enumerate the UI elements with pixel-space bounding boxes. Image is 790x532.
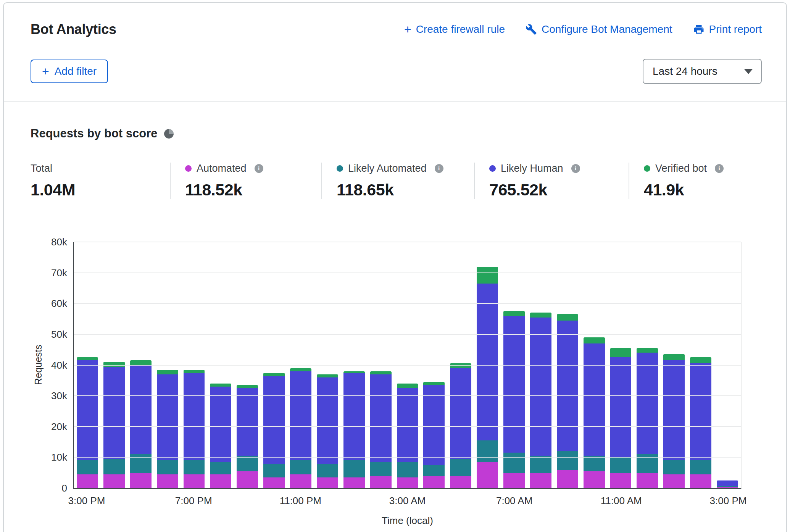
bar-segment-likely-automated (477, 440, 498, 462)
x-tick-label: 11:00 PM (280, 495, 321, 507)
legend-dot-likely-human (489, 165, 496, 172)
bar-segment-likely-human (130, 365, 152, 455)
gridline (74, 303, 741, 304)
y-tick-label: 60k (51, 298, 67, 310)
bar-segment-verified-bot (397, 384, 418, 388)
info-icon[interactable] (715, 164, 724, 173)
print-report-link[interactable]: Print report (693, 23, 762, 35)
stat-automated-value: 118.52k (185, 181, 321, 199)
bar-segment-automated (290, 474, 311, 488)
bar-segment-likely-human (290, 371, 311, 461)
y-tick-label: 10k (51, 451, 67, 463)
y-tick-label: 20k (51, 421, 67, 432)
plot-area (73, 242, 742, 489)
bar-segment-verified-bot (690, 357, 711, 363)
info-icon[interactable] (571, 164, 580, 173)
bar-segment-automated (210, 474, 231, 488)
bar-segment-likely-human (477, 284, 498, 440)
bar-segment-automated (184, 474, 205, 488)
bar-segment-verified-bot (77, 357, 98, 360)
y-tick-label: 80k (51, 236, 67, 248)
y-tick-label: 70k (51, 267, 67, 279)
bar-segment-likely-automated (663, 460, 685, 474)
bar-segment-likely-human (343, 373, 365, 461)
bar-segment-verified-bot (370, 371, 392, 374)
bar-segment-verified-bot (157, 370, 178, 374)
bar-segment-likely-human (717, 480, 738, 486)
stat-likely-human-value: 765.52k (489, 181, 629, 199)
stat-total-value: 1.04M (31, 181, 170, 199)
bar-segment-automated (477, 462, 498, 488)
bar-segment-likely-human (77, 360, 98, 460)
time-range-value: Last 24 hours (653, 65, 717, 77)
bar-segment-verified-bot (450, 363, 471, 368)
bar-segment-verified-bot (663, 354, 685, 360)
bar-segment-automated (343, 477, 365, 488)
bar-segment-automated (103, 474, 125, 488)
gridline (74, 457, 741, 458)
bar-segment-verified-bot (210, 384, 231, 387)
bar-segment-automated (610, 473, 632, 488)
bar-segment-likely-human (210, 387, 231, 462)
bar-segment-automated (317, 477, 338, 488)
bar-segment-automated (637, 473, 658, 488)
add-filter-label: Add filter (55, 65, 97, 77)
bar-segment-automated (157, 474, 178, 488)
bar-segment-likely-human (450, 368, 471, 459)
configure-bot-management-link[interactable]: Configure Bot Management (526, 23, 672, 35)
x-tick-label: 3:00 PM (68, 495, 105, 507)
page-title: Bot Analytics (31, 21, 116, 37)
bar-segment-likely-automated (290, 460, 311, 474)
legend-dot-verified-bot (644, 165, 650, 172)
bar-segment-likely-automated (77, 460, 98, 474)
bar-segment-verified-bot (290, 368, 311, 371)
bar-segment-verified-bot (557, 314, 578, 320)
x-tick-label: 3:00 AM (389, 495, 426, 507)
stat-automated-label: Automated (197, 163, 247, 174)
bar-segment-verified-bot (530, 313, 551, 317)
stats-row: Total 1.04M Automated 118.52k Likely Aut… (31, 163, 763, 199)
y-tick-label: 40k (51, 359, 67, 371)
bar-segment-likely-automated (503, 453, 525, 472)
bar-segment-automated (717, 487, 738, 488)
x-tick-label: 11:00 AM (601, 495, 642, 507)
stat-automated: Automated 118.52k (170, 163, 321, 199)
bar-segment-verified-bot (584, 337, 605, 343)
bar-segment-automated (263, 477, 285, 488)
requests-by-bot-score-section: Requests by bot score Total 1.04M Automa… (4, 102, 786, 532)
stat-likely-human: Likely Human 765.52k (474, 163, 629, 199)
add-filter-button[interactable]: Add filter (31, 60, 108, 83)
x-tick-label: 3:00 PM (710, 495, 747, 507)
section-title: Requests by bot score (31, 127, 157, 140)
y-tick-label: 50k (51, 328, 67, 340)
create-firewall-rule-link[interactable]: Create firewall rule (404, 23, 505, 35)
bar-segment-automated (557, 470, 578, 488)
bar-segment-automated (397, 477, 418, 488)
bar-segment-automated (530, 473, 551, 488)
info-icon[interactable] (435, 164, 443, 173)
bar-segment-likely-automated (610, 457, 632, 472)
gridline (74, 426, 741, 427)
bar-segment-automated (450, 476, 471, 488)
bar-segment-likely-human (663, 360, 685, 460)
header: Bot Analytics Create firewall rule Confi… (4, 3, 786, 102)
info-icon[interactable] (255, 164, 263, 173)
bar-segment-likely-automated (690, 460, 711, 474)
chevron-down-icon (744, 69, 753, 74)
bar-segment-likely-automated (557, 451, 578, 469)
y-tick-label: 0 (62, 482, 67, 494)
bar-segment-automated (584, 471, 605, 488)
bar-segment-likely-human (184, 373, 205, 461)
legend-dot-automated (185, 165, 192, 172)
bar-segment-likely-automated (317, 464, 338, 477)
bar-segment-verified-bot (237, 385, 258, 388)
bot-analytics-card: Bot Analytics Create firewall rule Confi… (3, 2, 787, 532)
bar-segment-likely-human (157, 374, 178, 461)
bar-segment-likely-human (610, 357, 632, 457)
gridline (74, 334, 741, 335)
y-tick-label: 30k (51, 390, 67, 402)
stat-likely-human-label: Likely Human (501, 163, 563, 174)
time-range-select[interactable]: Last 24 hours (643, 59, 762, 84)
bar-segment-automated (130, 473, 152, 488)
bar-segment-verified-bot (637, 348, 658, 353)
